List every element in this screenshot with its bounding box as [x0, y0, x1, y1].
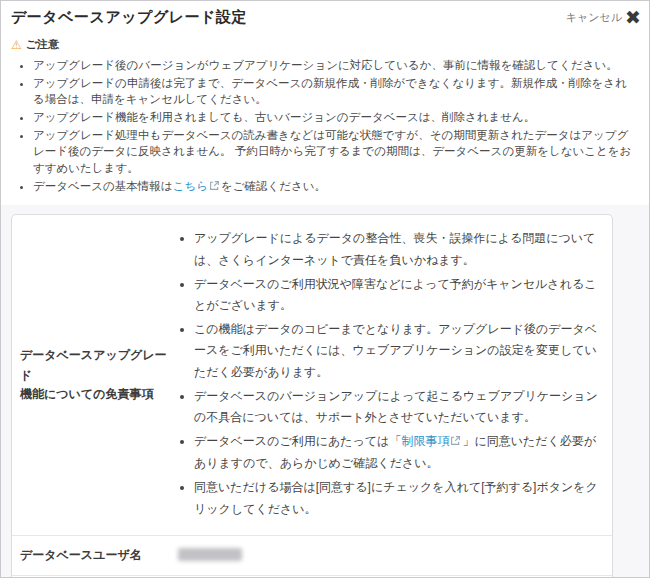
notice-section: ⚠ ご注意 アップグレード後のバージョンがウェブアプリケーションに対応しているか…	[1, 27, 649, 196]
notice-list: アップグレード後のバージョンがウェブアプリケーションに対応しているか、事前に情報…	[11, 57, 635, 195]
warning-icon: ⚠	[11, 39, 22, 51]
disclaimer-item: データベースのバージョンアップによって起こるウェブアプリケーションの不具合につい…	[194, 386, 598, 429]
notice-item: アップグレードの申請後は完了まで、データベースの新規作成・削除ができなくなります…	[33, 75, 635, 108]
disclaimer-item: アップグレードによるデータの整合性、喪失・誤操作による問題については、さくらイン…	[194, 228, 598, 271]
disclaimer-item: データベースのご利用にあたっては「制限事項」に同意いただく必要がありますので、あ…	[194, 431, 598, 475]
disclaimer-label: データベースアップグレード 機能についての免責事項	[12, 346, 178, 404]
notice-item: アップグレード機能を利用されましても、古いバージョンのデータベースは、削除されま…	[33, 109, 635, 126]
notice-heading: ⚠ ご注意	[11, 37, 635, 52]
restrictions-link[interactable]: 制限事項	[401, 434, 449, 448]
dialog-header: データベースアップグレード設定 キャンセル ✖	[1, 1, 649, 27]
redacted-db-user-value	[178, 548, 242, 561]
settings-table: データベースアップグレード 機能についての免責事項 アップグレードによるデータの…	[11, 214, 613, 578]
db-user-label: データベースユーザ名	[12, 546, 178, 565]
disclaimer-item: この機能はデータのコピーまでとなります。アップグレード後のデータベースをご利用い…	[194, 319, 598, 384]
notice-item: データベースの基本情報はこちらをご確認ください。	[33, 178, 635, 196]
disclaimer-item: データベースのご利用状況や障害などによって予約がキャンセルされることがございます…	[194, 274, 598, 317]
cancel-label: キャンセル	[566, 10, 622, 25]
disclaimer-item: 同意いただける場合は[同意する]にチェックを入れて[予約する]ボタンをクリックし…	[194, 477, 598, 520]
notice-item: アップグレード処理中もデータベースの読み書きなどは可能な状態ですが、その期間更新…	[33, 127, 635, 177]
cancel-button[interactable]: キャンセル ✖	[566, 8, 641, 27]
page-title: データベースアップグレード設定	[11, 8, 247, 27]
close-icon: ✖	[625, 8, 641, 27]
external-link-icon	[450, 432, 461, 454]
disclaimer-list: アップグレードによるデータの整合性、喪失・誤操作による問題については、さくらイン…	[178, 228, 598, 520]
notice-item: アップグレード後のバージョンがウェブアプリケーションに対応しているか、事前に情報…	[33, 57, 635, 74]
db-user-value	[178, 547, 612, 565]
basic-info-link[interactable]: こちら	[173, 180, 208, 192]
disclaimer-content: アップグレードによるデータの整合性、喪失・誤操作による問題については、さくらイン…	[178, 228, 612, 522]
external-link-icon	[209, 179, 220, 196]
db-user-row: データベースユーザ名	[12, 536, 612, 576]
disclaimer-row: データベースアップグレード 機能についての免責事項 アップグレードによるデータの…	[12, 215, 612, 536]
notice-heading-label: ご注意	[26, 37, 59, 52]
form-area: データベースアップグレード 機能についての免責事項 アップグレードによるデータの…	[1, 205, 649, 578]
